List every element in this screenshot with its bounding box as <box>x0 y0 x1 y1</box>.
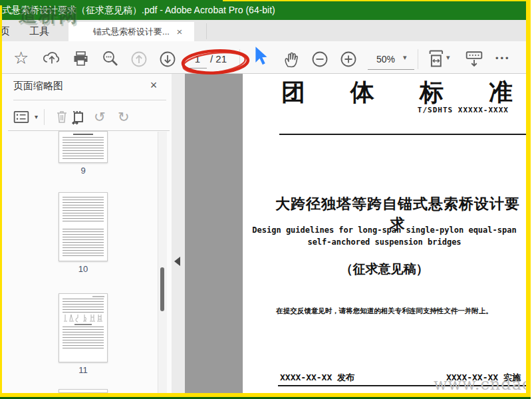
panel-divider-strip[interactable] <box>172 74 185 393</box>
zoom-level-value[interactable]: 50% <box>371 53 400 66</box>
page-thumbnail-10[interactable] <box>59 192 108 261</box>
zoom-in-icon[interactable] <box>340 51 357 68</box>
tab-separator <box>206 23 207 39</box>
page-thumbnail-9[interactable] <box>59 131 108 163</box>
thumbnail-label: 9 <box>59 166 108 176</box>
favorites-star-icon[interactable]: ☆ <box>13 48 29 68</box>
publish-date: XXXX-XX-XX 发布 <box>280 372 354 384</box>
more-tools-icon[interactable]: ••• <box>495 53 511 63</box>
toolbar-separator <box>418 49 418 69</box>
window-titlebar[interactable]: 式悬索桥设计要求（征求意见稿）.pdf - Adobe Acrobat Pro … <box>0 0 526 20</box>
panel-divider <box>13 100 166 100</box>
panel-title: 页面缩略图 <box>13 80 63 92</box>
document-title-en-line1: Design guidelines for long-span single-p… <box>243 225 526 235</box>
frame-border-left <box>0 5 2 397</box>
fit-width-icon[interactable] <box>428 49 446 68</box>
document-page[interactable]: 团 体 标 准 T/SDHTS XXXXX-XXXX 大跨径独塔等跨自锚式悬索桥… <box>243 74 526 393</box>
zoom-underline <box>368 69 414 70</box>
hand-tool-icon[interactable] <box>282 49 301 69</box>
share-upload-icon[interactable] <box>43 49 61 68</box>
zoom-out-icon[interactable] <box>311 51 329 68</box>
tab-close-icon[interactable]: × <box>172 22 188 41</box>
thumbnail-options-caret-icon[interactable]: ▾ <box>35 113 38 120</box>
standard-number: T/SDHTS XXXXX-XXXX <box>418 106 509 114</box>
document-title-en-line2: self-anchored suspension bridges <box>243 237 526 247</box>
thumbnail-label: 10 <box>59 264 108 274</box>
next-page-icon[interactable] <box>159 51 176 68</box>
pylon-figures <box>63 314 104 323</box>
rotate-ccw-icon[interactable]: ↺ <box>94 109 106 125</box>
standard-char: 体 <box>350 76 374 109</box>
scroll-mode-icon[interactable] <box>465 50 483 68</box>
mouse-cursor-icon <box>253 45 267 66</box>
patent-note: 在提交反馈意见时，请将您知道的相关专利连同支持性文件一并附上。 <box>243 307 526 316</box>
draft-label: （征求意见稿） <box>243 261 526 278</box>
collapse-panel-arrow-icon[interactable] <box>174 257 180 266</box>
delete-page-icon[interactable] <box>55 109 69 125</box>
previous-page-icon[interactable] <box>130 51 148 68</box>
watermark-top-left: 道桥网 <box>19 3 78 28</box>
thumbnail-options-icon[interactable] <box>13 110 29 124</box>
page-indicator-red-circle-annotation <box>178 47 253 77</box>
thumbnail-label: 11 <box>59 365 108 375</box>
rotate-cw-icon[interactable]: ↻ <box>118 109 130 125</box>
standard-char: 准 <box>489 76 513 109</box>
print-icon[interactable] <box>72 50 90 68</box>
page-thumbnail-11[interactable] <box>59 293 108 362</box>
frame-border-right <box>526 0 531 397</box>
panel-scrollbar-track[interactable] <box>158 132 167 393</box>
search-icon[interactable] <box>101 49 120 68</box>
standard-type-heading: 团 体 标 准 <box>281 76 513 109</box>
panel-close-icon[interactable]: × <box>146 78 161 92</box>
zoom-dropdown-caret-icon[interactable]: ▾ <box>403 53 407 62</box>
crop-page-icon[interactable] <box>70 109 86 125</box>
panel-toolbar-separator <box>44 109 45 125</box>
standard-char: 标 <box>420 76 444 109</box>
watermark-bottom-right: www.cndao.com <box>434 375 532 394</box>
frame-border-top <box>223 0 531 1</box>
page-rule-top <box>279 134 526 135</box>
standard-char: 团 <box>281 76 305 109</box>
panel-scrollbar-handle[interactable] <box>160 267 164 311</box>
fit-width-caret-icon[interactable]: ▾ <box>446 53 450 62</box>
acrobat-window: 式悬索桥设计要求（征求意见稿）.pdf - Adobe Acrobat Pro … <box>0 0 532 399</box>
